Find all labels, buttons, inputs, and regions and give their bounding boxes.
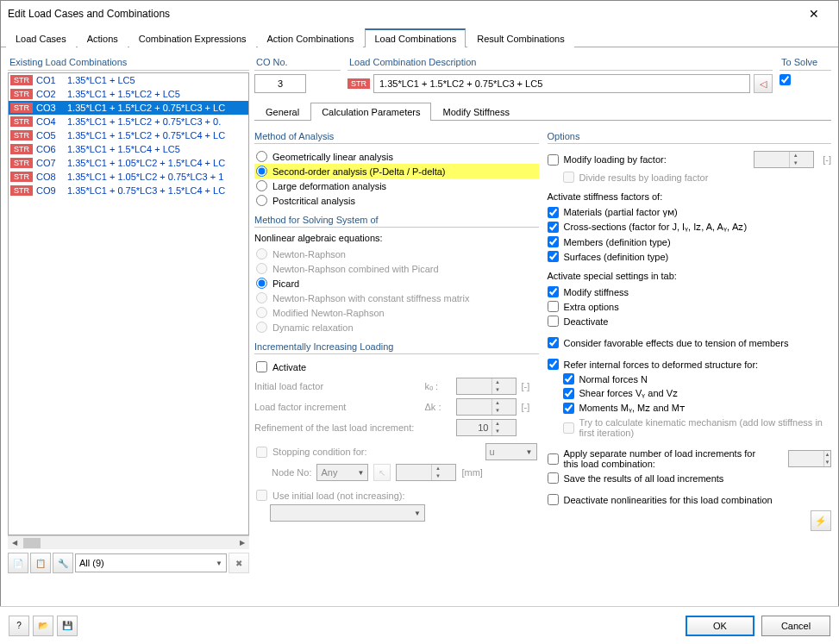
scroll-left-icon[interactable]: ◀: [8, 539, 22, 547]
check-materials[interactable]: Materials (partial factor γᴍ): [548, 205, 832, 220]
co-desc: 1.35*LC1 + 1.5*LC2 + 0.75*LC3 + 0.: [67, 116, 221, 127]
stopping-combo: u▼: [485, 443, 537, 460]
subtab-modify-stiffness[interactable]: Modify Stiffness: [431, 103, 520, 121]
check-shear-forces[interactable]: Shear forces Vᵧ and Vᴢ: [563, 386, 832, 401]
desc-dropdown-button[interactable]: ◁: [754, 74, 773, 93]
check-deactivate-nonlin[interactable]: Deactivate nonlinearities for this load …: [548, 492, 832, 507]
co-no-input[interactable]: [254, 74, 306, 93]
radio-postcritical[interactable]: Postcritical analysis: [254, 193, 539, 208]
co-id: CO3: [36, 103, 67, 113]
check-extra-options[interactable]: Extra options: [548, 299, 832, 314]
radio-large-deformation[interactable]: Large deformation analysis: [254, 178, 539, 193]
method-of-analysis-group: Method of Analysis Geometrically linear …: [254, 131, 539, 208]
modify-loading-row[interactable]: Modify loading by factor: ▲▼ [-]: [548, 149, 832, 170]
list-item[interactable]: STRCO81.35*LC1 + 1.05*LC2 + 0.75*LC3 + 1: [9, 170, 248, 184]
co-id: CO7: [36, 158, 67, 168]
activate-special-header: Activate special settings in tab:: [548, 271, 832, 281]
co-desc-label: Load Combination Description: [347, 54, 773, 71]
co-no-label: CO No.: [254, 54, 341, 71]
check-cross-sections[interactable]: Cross-sections (factor for J, Iᵧ, Iᴢ, A,…: [548, 220, 832, 234]
tab-load-cases[interactable]: Load Cases: [6, 29, 76, 47]
co-id: CO8: [36, 172, 67, 182]
check-consider-tension[interactable]: Consider favorable effects due to tensio…: [548, 335, 832, 350]
check-save-results[interactable]: Save the results of all load increments: [548, 471, 832, 485]
check-normal-forces[interactable]: Normal forces N: [563, 372, 832, 386]
check-members[interactable]: Members (definition type): [548, 234, 832, 249]
horizontal-scrollbar[interactable]: ◀ ▶: [8, 535, 249, 549]
co-desc: 1.35*LC1 + 1.05*LC2 + 1.5*LC4 + LC: [67, 158, 225, 168]
scroll-thumb[interactable]: [23, 538, 41, 548]
tab-load-combinations[interactable]: Load Combinations: [365, 28, 466, 47]
separate-increments-input: ▲▼: [788, 450, 831, 467]
check-moments[interactable]: Moments Mᵧ, Mᴢ and Mᴛ: [563, 401, 832, 416]
list-item[interactable]: STRCO31.35*LC1 + 1.5*LC2 + 0.75*LC3 + LC: [9, 101, 248, 115]
list-item[interactable]: STRCO41.35*LC1 + 1.5*LC2 + 0.75*LC3 + 0.: [9, 115, 248, 128]
radio-linear[interactable]: Geometrically linear analysis: [254, 149, 539, 164]
dialog-footer: ? 📂 💾 OK Cancel: [0, 606, 839, 644]
check-refer-deformed[interactable]: Refer internal forces to deformed struct…: [548, 357, 832, 372]
modify-factor-input: ▲▼: [754, 151, 814, 168]
tab-actions[interactable]: Actions: [78, 29, 128, 47]
co-id: CO6: [36, 144, 67, 154]
str-badge: STR: [10, 158, 33, 168]
co-desc: 1.35*LC1 + 1.5*LC2 + 0.75*LC3 + LC: [67, 103, 225, 113]
co-desc: 1.35*LC1 + 1.05*LC2 + 0.75*LC3 + 1: [67, 172, 223, 182]
list-item[interactable]: STRCO91.35*LC1 + 0.75*LC3 + 1.5*LC4 + LC: [9, 184, 248, 197]
incremental-group: Incrementally Increasing Loading Activat…: [254, 341, 539, 522]
str-badge: STR: [347, 78, 370, 89]
load-increment-label: Load factor increment: [254, 402, 420, 412]
co-desc-input[interactable]: [373, 74, 750, 93]
ok-button[interactable]: OK: [686, 616, 754, 636]
check-modify-stiffness[interactable]: Modify stiffness: [548, 284, 832, 299]
co-id: CO4: [36, 116, 67, 127]
copy-button[interactable]: 📋: [30, 553, 51, 573]
existing-combinations-title: Existing Load Combinations: [8, 54, 249, 71]
radio-newton-raphson: Newton-Raphson: [254, 247, 539, 261]
tab-action-combinations[interactable]: Action Combinations: [258, 29, 364, 47]
scroll-right-icon[interactable]: ▶: [235, 539, 249, 547]
radio-picard[interactable]: Picard: [254, 276, 539, 291]
co-desc: 1.35*LC1 + 1.5*LC2 + LC5: [67, 89, 180, 99]
save-button[interactable]: 💾: [57, 616, 78, 636]
open-button[interactable]: 📂: [33, 616, 53, 636]
list-item[interactable]: STRCO51.35*LC1 + 1.5*LC2 + 0.75*LC4 + LC: [9, 128, 248, 142]
filter-value: All (9): [79, 558, 104, 568]
options-title: Options: [548, 131, 832, 144]
close-button[interactable]: ✕: [797, 1, 831, 27]
cancel-button[interactable]: Cancel: [761, 616, 830, 636]
subtab-general[interactable]: General: [254, 103, 310, 121]
tab-result-combinations[interactable]: Result Combinations: [467, 29, 574, 47]
load-combinations-list[interactable]: STRCO11.35*LC1 + LC5STRCO21.35*LC1 + 1.5…: [8, 72, 249, 535]
check-surfaces[interactable]: Surfaces (definition type): [548, 249, 832, 264]
new-button[interactable]: 📄: [8, 553, 28, 573]
list-item[interactable]: STRCO71.35*LC1 + 1.05*LC2 + 1.5*LC4 + LC: [9, 156, 248, 170]
method-title: Method of Analysis: [254, 131, 539, 144]
activate-stiffness-header: Activate stiffness factors of:: [548, 191, 832, 202]
to-solve-checkbox[interactable]: [780, 74, 791, 85]
list-item[interactable]: STRCO61.35*LC1 + 1.5*LC4 + LC5: [9, 142, 248, 156]
initial-load-label: Initial load factor: [254, 381, 420, 391]
pick-node-button: ↖: [373, 464, 391, 481]
use-initial-load-row: Use initial load (not increasing):: [254, 488, 539, 503]
sort-button[interactable]: 🔧: [53, 553, 73, 573]
load-increment-input: ▲▼: [456, 398, 517, 416]
co-desc: 1.35*LC1 + 1.5*LC2 + 0.75*LC4 + LC: [67, 130, 225, 141]
co-desc: 1.35*LC1 + 1.5*LC4 + LC5: [67, 144, 180, 154]
str-badge: STR: [10, 89, 33, 99]
check-deactivate[interactable]: Deactivate: [548, 314, 832, 328]
activate-check[interactable]: Activate: [254, 360, 539, 374]
solving-group: Method for Solving System of Nonlinear a…: [254, 215, 539, 335]
refinement-input: ▲▼: [456, 419, 517, 436]
subtab-calculation-parameters[interactable]: Calculation Parameters: [310, 103, 431, 121]
list-item[interactable]: STRCO11.35*LC1 + LC5: [9, 73, 248, 87]
list-item[interactable]: STRCO21.35*LC1 + 1.5*LC2 + LC5: [9, 87, 248, 101]
tab-combination-expressions[interactable]: Combination Expressions: [129, 29, 256, 47]
filter-combo[interactable]: All (9) ▼: [75, 553, 227, 572]
quick-settings-button[interactable]: ⚡: [811, 510, 831, 531]
co-id: CO9: [36, 185, 67, 196]
radio-second-order[interactable]: Second-order analysis (P-Delta / P-delta…: [254, 164, 539, 178]
delete-button[interactable]: ✖: [229, 553, 249, 573]
check-separate-increments[interactable]: Apply separate number of load increments…: [548, 447, 832, 471]
sub-tabstrip: General Calculation Parameters Modify St…: [254, 102, 831, 121]
help-button[interactable]: ?: [9, 616, 29, 636]
